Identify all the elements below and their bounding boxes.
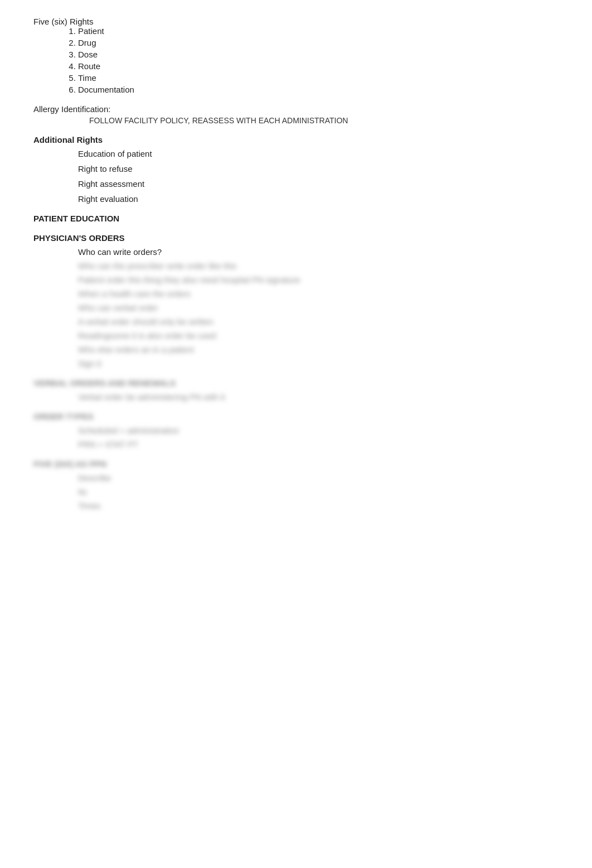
allergy-identification-section: Allergy Identification: FOLLOW FACILITY …	[33, 104, 559, 125]
additional-rights-item-2: Right to refuse	[33, 164, 559, 173]
rights-list-item-2: Drug	[78, 38, 559, 47]
five-six-ppn-item-1: Describe	[33, 473, 559, 483]
blurred-physicians-item-2: Patient order this thing they also need …	[33, 275, 559, 284]
patient-education-section: PATIENT EDUCATION	[33, 214, 559, 223]
rights-list-item-1: Patient	[78, 26, 559, 36]
patient-education-title: PATIENT EDUCATION	[33, 214, 559, 223]
additional-rights-item-1: Education of patient	[33, 149, 559, 158]
rights-list-item-6: Documentation	[78, 85, 559, 94]
blurred-physicians-item-6: Readingsome it is also order be used	[33, 331, 559, 340]
order-types-item-1: Scheduled + administration	[33, 426, 559, 435]
blurred-physicians-item-1: Who can the prescriber write order like …	[33, 261, 559, 271]
physicians-orders-section: PHYSICIAN'S ORDERS Who can write orders?…	[33, 233, 559, 368]
rights-list-item-5: Time	[78, 73, 559, 83]
additional-rights-item-4: Right evaluation	[33, 194, 559, 204]
five-six-rights-section: Five (six) Rights Patient Drug Dose Rout…	[33, 17, 559, 94]
five-six-ppn-section: FIVE (SIX) AS PPN Describe Its Times	[33, 459, 559, 510]
verbal-orders-section: VERBAL ORDERS AND RENEWALS Verbal order …	[33, 378, 559, 402]
additional-rights-title: Additional Rights	[33, 135, 559, 144]
blurred-physicians-item-4: Who can verbal order	[33, 303, 559, 312]
five-six-ppn-item-3: Times	[33, 501, 559, 510]
order-types-section: ORDER TYPES Scheduled + administration P…	[33, 412, 559, 449]
verbal-orders-title: VERBAL ORDERS AND RENEWALS	[33, 378, 559, 388]
five-six-ppn-item-2: Its	[33, 487, 559, 496]
allergy-policy-text: FOLLOW FACILITY POLICY, REASSESS WITH EA…	[33, 116, 559, 125]
order-types-title: ORDER TYPES	[33, 412, 559, 421]
physicians-orders-title: PHYSICIAN'S ORDERS	[33, 233, 559, 243]
who-can-write-orders: Who can write orders?	[33, 247, 559, 257]
order-types-item-2: PRN + STAT PT	[33, 440, 559, 449]
allergy-identification-label: Allergy Identification:	[33, 104, 559, 114]
blurred-physicians-item-3: When a health care the orders	[33, 289, 559, 298]
five-six-rights-label: Five (six) Rights	[33, 17, 559, 26]
blurred-physicians-item-7: Who else orders an in a patient	[33, 345, 559, 354]
rights-list-item-4: Route	[78, 61, 559, 71]
verbal-orders-item-1: Verbal order be administering PN with it	[33, 392, 559, 402]
blurred-physicians-item-5: A verbal order should only be written	[33, 317, 559, 326]
blurred-physicians-item-8: Sign it	[33, 359, 559, 368]
additional-rights-section: Additional Rights Education of patient R…	[33, 135, 559, 204]
rights-list: Patient Drug Dose Route Time Documentati…	[33, 26, 559, 94]
additional-rights-item-3: Right assessment	[33, 179, 559, 189]
five-six-ppn-title: FIVE (SIX) AS PPN	[33, 459, 559, 469]
rights-list-item-3: Dose	[78, 50, 559, 59]
